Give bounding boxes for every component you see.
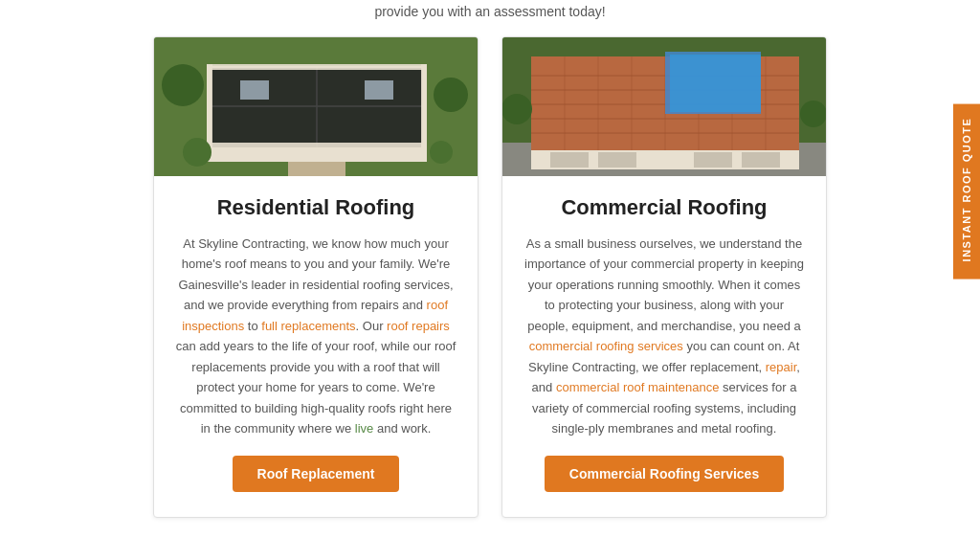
full-replacements-link[interactable]: full replacements (261, 319, 355, 333)
live-link[interactable]: live (355, 421, 374, 436)
roof-replacement-button[interactable]: Roof Replacement (233, 456, 400, 492)
residential-button-wrapper: Roof Replacement (175, 456, 457, 498)
commercial-roofing-button[interactable]: Commercial Roofing Services (545, 456, 784, 492)
commercial-roof-maintenance-link[interactable]: commercial roof maintenance (556, 380, 720, 394)
svg-point-15 (430, 141, 453, 164)
svg-rect-6 (207, 64, 427, 70)
svg-rect-10 (240, 80, 269, 100)
svg-rect-7 (207, 143, 427, 148)
commercial-card: Commercial Roofing As a small business o… (501, 36, 827, 518)
roof-repairs-link[interactable]: roof repairs (387, 319, 450, 333)
page-wrapper: provide you with an assessment today! (0, 0, 980, 537)
cards-section: Residential Roofing At Skyline Contracti… (0, 36, 980, 537)
svg-rect-9 (421, 64, 427, 150)
commercial-image-svg (502, 37, 826, 176)
svg-rect-8 (207, 64, 212, 150)
svg-rect-35 (550, 152, 589, 168)
side-tab-label: INSTANT ROOF QUOTE (961, 118, 972, 262)
repair-link[interactable]: repair (766, 360, 797, 374)
svg-rect-11 (365, 80, 393, 100)
svg-point-12 (162, 64, 204, 106)
commercial-roofing-services-link[interactable]: commercial roofing services (529, 339, 683, 353)
svg-point-13 (434, 78, 468, 112)
commercial-card-body: Commercial Roofing As a small business o… (502, 176, 826, 517)
commercial-card-image (502, 37, 826, 176)
residential-card: Residential Roofing At Skyline Contracti… (153, 36, 479, 518)
residential-card-title: Residential Roofing (175, 195, 457, 220)
residential-image-svg (154, 37, 478, 176)
svg-rect-33 (670, 55, 761, 112)
top-text-content: provide you with an assessment today! (374, 4, 605, 19)
svg-rect-37 (694, 152, 732, 168)
commercial-button-wrapper: Commercial Roofing Services (523, 456, 805, 498)
residential-card-body: Residential Roofing At Skyline Contracti… (154, 176, 478, 517)
commercial-card-text: As a small business ourselves, we unders… (523, 234, 805, 438)
svg-point-14 (183, 138, 212, 167)
commercial-card-title: Commercial Roofing (523, 195, 805, 220)
svg-rect-36 (598, 152, 636, 168)
svg-rect-38 (742, 152, 780, 168)
instant-roof-quote-tab[interactable]: INSTANT ROOF QUOTE (953, 104, 980, 280)
svg-point-40 (800, 101, 826, 127)
svg-point-39 (502, 94, 532, 124)
residential-card-image (154, 37, 478, 176)
top-text: provide you with an assessment today! (0, 0, 980, 36)
residential-card-text: At Skyline Contracting, we know how much… (175, 234, 457, 438)
